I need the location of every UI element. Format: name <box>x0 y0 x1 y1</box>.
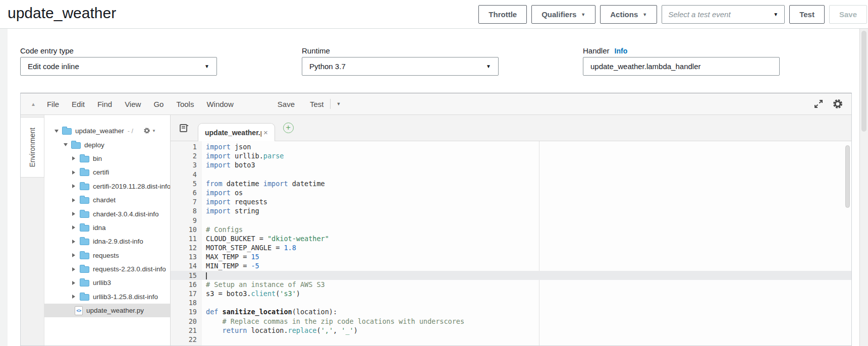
caret-right-icon[interactable] <box>72 170 77 175</box>
caret-right-icon[interactable] <box>72 184 77 188</box>
code-line-3[interactable]: 3import boto3 <box>171 160 851 169</box>
code-line-1[interactable]: 1import json <box>171 142 851 151</box>
code-line-21[interactable]: 21 return location.replace(',', '_') <box>171 326 851 335</box>
tree-item-idna[interactable]: idna <box>44 221 170 235</box>
line-number[interactable]: 7 <box>171 197 197 206</box>
qualifiers-button[interactable]: Qualifiers ▼ <box>531 5 595 24</box>
tree-item-requests[interactable]: requests <box>44 249 170 262</box>
code-line-10[interactable]: 10# Configs <box>171 225 851 234</box>
collapse-editor-icon[interactable]: ▲ <box>31 101 36 107</box>
close-tab-icon[interactable]: × <box>263 128 268 137</box>
caret-down-icon[interactable] <box>55 130 60 133</box>
throttle-button[interactable]: Throttle <box>478 5 527 24</box>
new-tab-icon[interactable]: + <box>283 123 294 133</box>
caret-right-icon[interactable] <box>72 212 77 216</box>
line-number[interactable]: 1 <box>171 142 197 151</box>
tree-item-certifi[interactable]: certifi <box>44 165 170 179</box>
tree-item-chardet[interactable]: chardet <box>44 193 170 207</box>
save-button[interactable]: Save <box>829 5 867 24</box>
caret-right-icon[interactable] <box>72 281 77 285</box>
test-event-select[interactable]: Select a test event ▼ <box>662 5 785 24</box>
code-line-6[interactable]: 6import os <box>171 188 851 197</box>
line-number[interactable]: 23 <box>171 344 197 345</box>
tree-item-certifi-2019.11.28.dist-info[interactable]: certifi-2019.11.28.dist-info <box>44 180 170 193</box>
line-number[interactable]: 16 <box>171 280 197 289</box>
editor-save-menu[interactable]: Save <box>278 100 295 108</box>
environment-tab[interactable]: Environment <box>21 117 44 178</box>
line-number[interactable]: 9 <box>171 216 197 225</box>
line-number[interactable]: 17 <box>171 289 197 298</box>
line-number[interactable]: 21 <box>171 326 197 335</box>
line-number[interactable]: 22 <box>171 335 197 344</box>
menu-go[interactable]: Go <box>153 100 164 108</box>
line-number[interactable]: 6 <box>171 188 197 197</box>
code-line-2[interactable]: 2import urllib.parse <box>171 151 851 160</box>
line-number[interactable]: 20 <box>171 317 197 326</box>
page-scrollbar[interactable] <box>859 29 868 346</box>
editor-scrollbar-thumb[interactable] <box>845 145 850 208</box>
tree-item-bin[interactable]: bin <box>44 152 170 165</box>
line-number[interactable]: 8 <box>171 206 197 215</box>
fullscreen-icon[interactable] <box>813 99 824 109</box>
code-line-12[interactable]: 12MOTOR_STEP_ANGLE = 1.8 <box>171 243 851 252</box>
tree-item-urllib3-1.25.8.dist-info[interactable]: urllib3-1.25.8.dist-info <box>44 290 170 304</box>
caret-right-icon[interactable] <box>72 198 77 202</box>
code-line-14[interactable]: 14MIN_TEMP = -5 <box>171 261 851 270</box>
menu-view[interactable]: View <box>125 100 141 108</box>
page-scrollbar-thumb[interactable] <box>861 31 866 132</box>
line-number[interactable]: 13 <box>171 252 197 261</box>
code-line-19[interactable]: 19def sanitize_location(location): <box>171 307 851 316</box>
gear-icon[interactable] <box>832 98 843 109</box>
runtime-select[interactable]: Python 3.7 ▼ <box>302 57 499 76</box>
handler-info-link[interactable]: Info <box>615 47 628 55</box>
editor-test-menu[interactable]: Test <box>310 100 324 108</box>
line-number[interactable]: 5 <box>171 179 197 188</box>
line-number[interactable]: 19 <box>171 307 197 316</box>
code-line-7[interactable]: 7import requests <box>171 197 851 206</box>
line-number[interactable]: 14 <box>171 261 197 270</box>
test-button[interactable]: Test <box>789 5 825 24</box>
handler-input[interactable]: update_weather.lambda_handler <box>583 57 780 76</box>
tree-item-urllib3[interactable]: urllib3 <box>44 276 170 290</box>
tree-settings-gear-icon[interactable]: ▼ <box>143 127 156 134</box>
caret-down-icon[interactable] <box>64 143 69 146</box>
caret-right-icon[interactable] <box>72 267 77 271</box>
code-line-20[interactable]: 20 # Replace commas in the zip code loca… <box>171 317 851 326</box>
line-number[interactable]: 11 <box>171 234 197 243</box>
code-line-9[interactable]: 9 <box>171 216 851 225</box>
test-dropdown-icon[interactable]: ▼ <box>337 101 341 106</box>
line-number[interactable]: 3 <box>171 160 197 169</box>
code-line-23[interactable]: 23 <box>171 344 851 345</box>
code-line-17[interactable]: 17s3 = boto3.client('s3') <box>171 289 851 298</box>
code-line-5[interactable]: 5from datetime import datetime <box>171 179 851 188</box>
line-number[interactable]: 12 <box>171 243 197 252</box>
caret-right-icon[interactable] <box>72 225 77 229</box>
tree-item-requests-2.23.0.dist-info[interactable]: requests-2.23.0.dist-info <box>44 262 170 276</box>
tree-item-update_weather[interactable]: update_weather- /▼ <box>44 124 170 138</box>
code-line-22[interactable]: 22 <box>171 335 851 344</box>
caret-right-icon[interactable] <box>72 156 77 160</box>
tab-list-icon[interactable] <box>180 124 189 132</box>
menu-file[interactable]: File <box>47 100 59 108</box>
code-entry-type-select[interactable]: Edit code inline ▼ <box>20 57 217 76</box>
tree-item-update_weather.py[interactable]: <>update_weather.py <box>44 304 170 317</box>
code-line-4[interactable]: 4 <box>171 170 851 179</box>
menu-edit[interactable]: Edit <box>72 100 85 108</box>
menu-window[interactable]: Window <box>206 100 233 108</box>
tree-item-chardet-3.0.4.dist-info[interactable]: chardet-3.0.4.dist-info <box>44 207 170 220</box>
caret-right-icon[interactable] <box>72 240 77 244</box>
tree-item-idna-2.9.dist-info[interactable]: idna-2.9.dist-info <box>44 235 170 248</box>
line-number[interactable]: 10 <box>171 225 197 234</box>
code-line-13[interactable]: 13MAX_TEMP = 15 <box>171 252 851 261</box>
caret-right-icon[interactable] <box>72 253 77 257</box>
line-number[interactable]: 4 <box>171 170 197 179</box>
tab-update-weather-py[interactable]: update_weather.py × <box>198 123 275 141</box>
code-area[interactable]: 1import json2import urllib.parse3import … <box>171 141 851 345</box>
menu-tools[interactable]: Tools <box>176 100 194 108</box>
actions-button[interactable]: Actions ▼ <box>600 5 657 24</box>
caret-right-icon[interactable] <box>72 295 77 299</box>
line-number[interactable]: 15 <box>171 271 197 280</box>
code-line-8[interactable]: 8import string <box>171 206 851 215</box>
line-number[interactable]: 2 <box>171 151 197 160</box>
code-line-16[interactable]: 16# Setup an instance of AWS S3 <box>171 280 851 289</box>
